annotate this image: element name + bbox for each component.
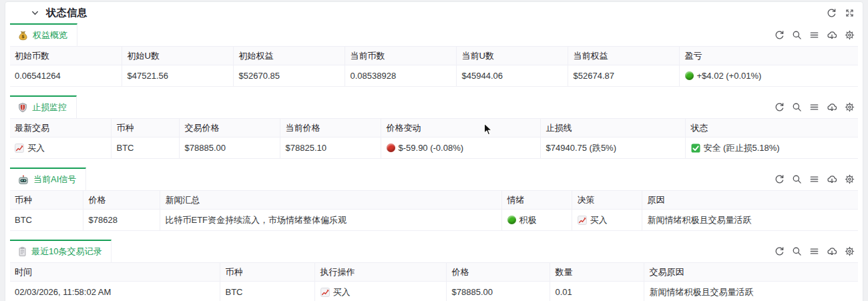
column-header: 情绪 [501, 191, 572, 210]
column-header: 数量 [550, 263, 644, 282]
search-icon[interactable] [792, 30, 802, 40]
cell-symbol: BTC [220, 282, 314, 301]
table-header-row: 初始币数 初始U数 初始权益 当前币数 当前U数 当前权益 盈亏 [10, 47, 858, 65]
stop-loss-table: 最新交易 币种 交易价格 当前价格 价格变动 止损线 状态 买入 BTC $78… [10, 118, 858, 159]
cloud-download-icon[interactable] [827, 174, 837, 184]
tab-label: 止损监控 [32, 101, 67, 113]
price-change-text: $-59.90 (-0.08%) [399, 143, 464, 153]
green-dot-icon [685, 71, 694, 80]
table-row: 0.06541264 $47521.56 $52670.85 0.0853892… [10, 65, 858, 87]
cell-trade-price: $78885.00 [179, 137, 280, 159]
tab-label: 权益概览 [33, 29, 67, 41]
refresh-icon[interactable] [775, 30, 785, 40]
cell-initial-coin: 0.06541264 [10, 65, 122, 87]
chart-up-icon [15, 143, 24, 153]
column-header: 价格 [83, 191, 160, 210]
cell-reason: 新闻情绪积极且交易量活跃 [642, 210, 858, 231]
refresh-icon[interactable] [827, 8, 837, 18]
column-header: 币种 [111, 119, 179, 137]
refresh-icon[interactable] [775, 174, 785, 184]
column-header: 当前U数 [456, 47, 568, 65]
column-header: 币种 [220, 263, 314, 282]
search-icon[interactable] [792, 174, 802, 184]
column-header: 最新交易 [10, 119, 111, 137]
tab-equity-overview[interactable]: 权益概览 [10, 23, 77, 46]
cell-price: $78885.00 [446, 282, 550, 301]
cell-current-price: $78825.10 [280, 137, 381, 159]
refresh-icon[interactable] [775, 246, 785, 256]
cloud-download-icon[interactable] [827, 246, 837, 256]
panel-equity-overview: 权益概览 初始币数 初始U数 初始权益 当前币数 当前U数 当前权益 盈亏 [10, 23, 858, 87]
menu-icon[interactable] [809, 30, 819, 40]
cell-symbol: BTC [10, 210, 83, 231]
cloud-download-icon[interactable] [827, 102, 837, 112]
tab-row: 止损监控 [10, 95, 858, 118]
cell-stop-line: $74940.75 (跌5%) [540, 137, 685, 159]
tab-row: 最近10条交易记录 [10, 240, 858, 262]
cell-current-coin: 0.08538928 [345, 65, 456, 87]
settings-icon[interactable] [845, 102, 855, 112]
status-text: 安全 (距止损5.18%) [704, 142, 780, 154]
cell-current-u: $45944.06 [456, 65, 568, 87]
column-header: 初始权益 [233, 47, 345, 65]
column-header: 当前价格 [280, 119, 381, 137]
settings-icon[interactable] [845, 30, 855, 40]
column-header: 状态 [685, 119, 858, 137]
refresh-icon[interactable] [775, 102, 785, 112]
menu-icon[interactable] [809, 246, 819, 256]
action-text: 买入 [333, 286, 351, 298]
panel-toolbar [775, 168, 858, 190]
menu-icon[interactable] [809, 174, 819, 184]
panel-toolbar [775, 240, 858, 262]
column-header: 初始U数 [122, 47, 233, 65]
column-header: 交易价格 [179, 119, 280, 137]
clipboard-icon [18, 246, 27, 257]
cell-quantity: 0.01 [550, 282, 644, 301]
cell-initial-u: $47521.56 [122, 65, 233, 87]
cell-news: 比特币ETF资金持续流入，市场情绪整体偏乐观 [160, 210, 501, 231]
tab-recent-trades[interactable]: 最近10条交易记录 [10, 240, 112, 262]
cell-initial-equity: $52670.85 [233, 65, 345, 87]
chart-up-icon [320, 288, 330, 297]
table-row: 买入 BTC $78885.00 $78825.10 $-59.90 (-0.0… [10, 137, 858, 159]
tab-stop-loss[interactable]: 止损监控 [10, 95, 77, 118]
table-row: 02/03/2026, 11:58:02 AM BTC 买入 $78885.00… [10, 282, 858, 301]
shield-icon [18, 102, 27, 113]
panel-recent-trades: 最近10条交易记录 时间 币种 执行操作 价格 数量 交易原因 02/03/20 [10, 240, 858, 301]
cell-decision: 买入 [572, 210, 642, 231]
settings-icon[interactable] [845, 174, 855, 184]
cell-price: $78628 [83, 210, 160, 231]
search-icon[interactable] [792, 246, 802, 256]
table-row: BTC $78628 比特币ETF资金持续流入，市场情绪整体偏乐观 积极 买入 … [10, 210, 858, 231]
table-header-row: 时间 币种 执行操作 价格 数量 交易原因 [10, 263, 858, 282]
recent-trades-table: 时间 币种 执行操作 价格 数量 交易原因 02/03/2026, 11:58:… [10, 262, 858, 301]
equity-table: 初始币数 初始U数 初始权益 当前币数 当前U数 当前权益 盈亏 0.06541… [10, 46, 858, 87]
column-header: 币种 [10, 191, 83, 210]
page-title: 状态信息 [46, 7, 87, 19]
expand-icon[interactable] [845, 8, 855, 18]
column-header: 决策 [572, 191, 642, 210]
red-dot-icon [387, 143, 395, 152]
tab-ai-signal[interactable]: 当前AI信号 [10, 168, 86, 190]
cell-reason: 新闻情绪积极且交易量活跃 [644, 282, 858, 301]
search-icon[interactable] [792, 102, 802, 112]
cell-action: 买入 [314, 282, 446, 301]
panel-ai-signal: 当前AI信号 币种 价格 新闻汇总 情绪 决策 原因 BTC $ [10, 168, 858, 231]
column-header: 执行操作 [314, 263, 446, 282]
chevron-down-icon[interactable] [30, 8, 40, 18]
table-header-row: 最新交易 币种 交易价格 当前价格 价格变动 止损线 状态 [10, 119, 858, 137]
cell-price-change: $-59.90 (-0.08%) [381, 137, 540, 159]
tab-row: 当前AI信号 [10, 168, 858, 190]
column-header: 当前权益 [568, 47, 679, 65]
card-header: 状态信息 [5, 2, 863, 23]
tab-label: 最近10条交易记录 [31, 246, 101, 258]
cloud-download-icon[interactable] [827, 30, 837, 40]
cell-sentiment: 积极 [501, 210, 572, 231]
cell-current-equity: $52674.87 [568, 65, 679, 87]
settings-icon[interactable] [845, 246, 855, 256]
menu-icon[interactable] [809, 102, 819, 112]
pnl-text: +$4.02 (+0.01%) [697, 71, 762, 81]
panel-toolbar [775, 23, 858, 46]
column-header: 新闻汇总 [160, 191, 501, 210]
cell-latest-trade: 买入 [10, 137, 111, 159]
